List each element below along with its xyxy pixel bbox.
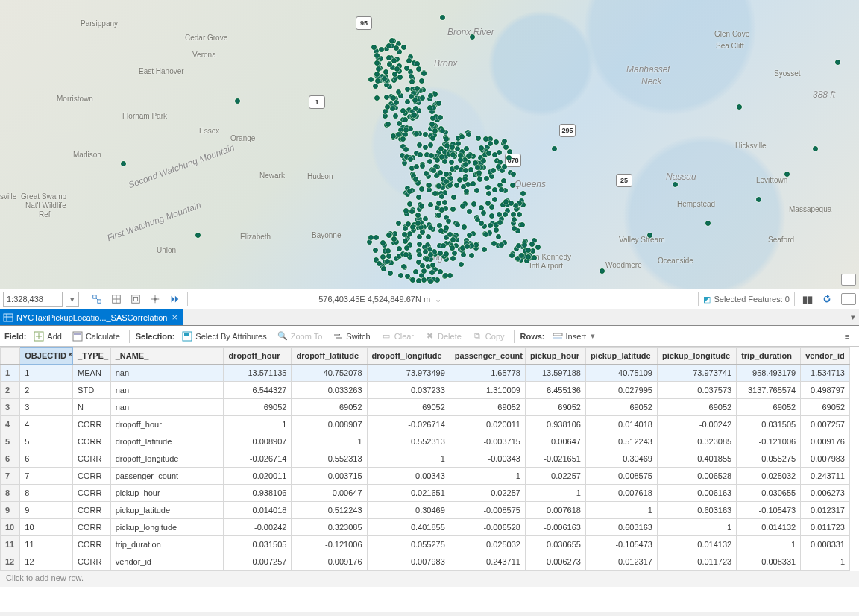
cell[interactable]: 0.011723 [657, 553, 736, 571]
cell[interactable]: CORR [73, 416, 111, 433]
cell[interactable]: CORR [73, 536, 111, 553]
cell[interactable]: -0.006163 [657, 485, 736, 502]
cell[interactable]: 0.007983 [367, 553, 450, 571]
cell[interactable]: 0.603163 [657, 502, 736, 519]
cell[interactable]: 0.055275 [737, 450, 801, 468]
cell[interactable]: 1 [367, 450, 450, 468]
table-row[interactable]: 55CORRdropoff_latitude0.00890710.552313-… [1, 433, 850, 450]
cell[interactable]: -0.121006 [292, 536, 367, 553]
cell[interactable]: -0.00343 [367, 468, 450, 485]
cell[interactable]: 7 [20, 468, 73, 485]
cell[interactable]: 0.033263 [292, 382, 367, 399]
cell[interactable]: 69052 [585, 399, 657, 416]
cell[interactable]: 3137.765574 [737, 382, 801, 399]
cell[interactable]: 1 [224, 416, 292, 433]
cell[interactable]: 0.020011 [224, 468, 292, 485]
row-header[interactable]: 12 [1, 553, 20, 571]
column-header[interactable]: dropoff_longitude [367, 348, 450, 365]
cell[interactable]: 0.008331 [801, 536, 850, 553]
cell[interactable]: 0.007983 [801, 450, 850, 468]
cell[interactable]: 0.007257 [224, 553, 292, 571]
cell[interactable]: pickup_hour [110, 485, 224, 502]
column-header[interactable]: pickup_latitude [585, 348, 657, 365]
cell[interactable]: 0.00647 [525, 433, 585, 450]
cell[interactable]: 0.007618 [525, 502, 585, 519]
cell[interactable]: CORR [73, 553, 111, 571]
cell[interactable]: 0.30469 [585, 450, 657, 468]
cell[interactable]: 1 [801, 553, 850, 571]
column-header[interactable]: pickup_hour [525, 348, 585, 365]
cell[interactable]: 0.014018 [224, 502, 292, 519]
cell[interactable]: 40.75109 [585, 365, 657, 382]
cell[interactable]: dropoff_hour [110, 416, 224, 433]
cell[interactable]: -0.00242 [224, 519, 292, 536]
cell[interactable]: 0.025032 [450, 536, 525, 553]
table-menu-icon[interactable]: ≡ [840, 329, 855, 344]
map-canvas[interactable]: ParsippanyCedar GroveVeronaEast HanoverM… [0, 0, 859, 289]
cell[interactable]: 1 [20, 365, 73, 382]
cell[interactable]: 1.310009 [450, 382, 525, 399]
cell[interactable]: 0.012317 [801, 502, 850, 519]
table-row[interactable]: 88CORRpickup_hour0.9381060.00647-0.02165… [1, 485, 850, 502]
column-header[interactable]: _TYPE_ [73, 348, 111, 365]
cell[interactable]: CORR [73, 450, 111, 468]
pause-drawing-icon[interactable]: ▮▮ [799, 291, 816, 307]
column-header[interactable]: vendor_id [801, 348, 850, 365]
cell[interactable]: dropoff_longitude [110, 450, 224, 468]
cell[interactable]: dropoff_latitude [110, 433, 224, 450]
cell[interactable]: CORR [73, 502, 111, 519]
row-header[interactable]: 7 [1, 468, 20, 485]
next-extent-icon[interactable] [166, 291, 183, 307]
cell[interactable]: 958.493179 [737, 365, 801, 382]
cell[interactable]: -0.008575 [585, 468, 657, 485]
cell[interactable]: 1.534713 [801, 365, 850, 382]
cell[interactable]: 0.008331 [737, 553, 801, 571]
cell[interactable]: 0.401855 [367, 519, 450, 536]
tab-close-icon[interactable]: × [170, 312, 179, 323]
tab-menu-dropdown[interactable]: ▾ [846, 309, 859, 325]
cell[interactable]: 1 [585, 502, 657, 519]
cell[interactable]: 0.020011 [450, 416, 525, 433]
cell[interactable]: MEAN [73, 365, 111, 382]
cell[interactable]: nan [110, 365, 224, 382]
cell[interactable]: -0.003715 [450, 433, 525, 450]
fixed-zoom-icon[interactable] [108, 291, 125, 307]
cell[interactable]: 69052 [801, 399, 850, 416]
cell[interactable]: 69052 [525, 399, 585, 416]
cell[interactable]: 0.008907 [292, 416, 367, 433]
cell[interactable]: 0.323085 [292, 519, 367, 536]
cell[interactable]: 6.544327 [224, 382, 292, 399]
switch-selection-button[interactable]: Switch [330, 330, 373, 343]
cell[interactable]: CORR [73, 433, 111, 450]
cell[interactable]: 0.012317 [585, 553, 657, 571]
cell[interactable]: 69052 [450, 399, 525, 416]
cell[interactable]: 13.597188 [525, 365, 585, 382]
table-row[interactable]: 99CORRpickup_latitude0.0140180.5122430.3… [1, 502, 850, 519]
cell[interactable]: 0.030655 [525, 536, 585, 553]
cell[interactable]: pickup_longitude [110, 519, 224, 536]
select-all-corner[interactable] [1, 348, 20, 365]
cell[interactable]: 4 [20, 416, 73, 433]
cell[interactable]: 0.031505 [737, 416, 801, 433]
cell[interactable]: -0.021651 [367, 485, 450, 502]
row-header[interactable]: 8 [1, 485, 20, 502]
column-header[interactable]: dropoff_latitude [292, 348, 367, 365]
snap-toggle-icon[interactable] [841, 274, 856, 286]
row-header[interactable]: 5 [1, 433, 20, 450]
table-row[interactable]: 1212CORRvendor_id0.0072570.0091760.00798… [1, 553, 850, 571]
cell[interactable]: 10 [20, 519, 73, 536]
table-row[interactable]: 1111CORRtrip_duration0.031505-0.1210060.… [1, 536, 850, 553]
cell[interactable]: 1.65778 [450, 365, 525, 382]
add-row-hint[interactable]: Click to add new row. [0, 571, 859, 587]
grid-tool-icon[interactable] [128, 291, 144, 307]
row-header[interactable]: 2 [1, 382, 20, 399]
row-header[interactable]: 9 [1, 502, 20, 519]
table-row[interactable]: 33Nnan6905269052690526905269052690526905… [1, 399, 850, 416]
table-row[interactable]: 66CORRdropoff_longitude-0.0267140.552313… [1, 450, 850, 468]
cell[interactable]: 0.401855 [657, 450, 736, 468]
row-header[interactable]: 4 [1, 416, 20, 433]
select-by-attributes-button[interactable]: Select By Attributes [179, 330, 269, 343]
column-header[interactable]: trip_duration [737, 348, 801, 365]
scale-input[interactable]: 1:328,438 [3, 292, 63, 307]
pan-tool-icon[interactable] [147, 291, 163, 307]
